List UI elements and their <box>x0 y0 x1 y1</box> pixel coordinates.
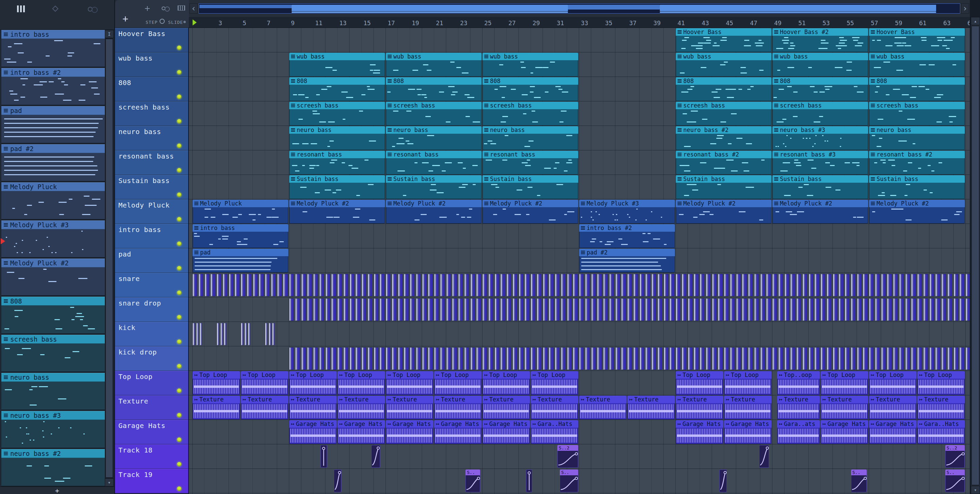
hit-clip[interactable] <box>845 347 850 370</box>
pattern-clip-neuro-bass[interactable]: neuro bass <box>386 126 482 150</box>
hit-clip[interactable] <box>688 299 692 321</box>
hit-clip[interactable] <box>458 347 463 370</box>
hit-clip[interactable] <box>597 299 601 321</box>
hit-clip[interactable] <box>519 347 523 370</box>
track-header-snare-drop[interactable]: snare drop <box>115 297 188 322</box>
automation-clip[interactable] <box>371 445 380 468</box>
hit-clip[interactable] <box>555 274 559 296</box>
hit-clip[interactable] <box>265 323 267 345</box>
hit-clip[interactable] <box>670 299 674 321</box>
audio-clip-top-loop[interactable]: ↦Top Loop <box>676 371 723 395</box>
hit-clip[interactable] <box>730 347 735 370</box>
hit-clip[interactable] <box>627 347 632 370</box>
hit-clip[interactable] <box>935 347 940 370</box>
hit-clip[interactable] <box>917 299 922 321</box>
hit-clip[interactable] <box>223 274 227 296</box>
track-led[interactable] <box>177 486 181 491</box>
grid-row-top-loop[interactable]: ↦Top Loop↦Top Loop↦Top Loop↦Top Loop↦Top… <box>189 371 970 396</box>
hit-clip[interactable] <box>930 347 934 370</box>
pattern-clip-sustain-bass[interactable]: Sustain bass <box>869 175 965 199</box>
hit-clip[interactable] <box>899 347 904 370</box>
hit-clip[interactable] <box>682 347 686 370</box>
hit-clip[interactable] <box>706 347 711 370</box>
track-led[interactable] <box>177 315 181 319</box>
hit-clip[interactable] <box>633 347 638 370</box>
hit-clip[interactable] <box>772 274 777 296</box>
hit-clip[interactable] <box>307 347 312 370</box>
hit-clip[interactable] <box>785 347 789 370</box>
hit-clip[interactable] <box>217 274 221 296</box>
hit-clip[interactable] <box>875 347 880 370</box>
pattern-clip-resonant-bass-2[interactable]: resonant bass #2 <box>869 151 965 175</box>
pattern-item-melody-pluck-2[interactable]: Melody Pluck #2 <box>2 259 105 297</box>
track-led[interactable] <box>177 70 181 75</box>
hit-clip[interactable] <box>398 274 402 296</box>
hit-clip[interactable] <box>235 274 239 296</box>
pattern-clip-pad-2[interactable]: pad #2 <box>579 249 675 273</box>
pattern-clip-neuro-bass[interactable]: neuro bass <box>289 126 385 150</box>
audio-clip-texture[interactable]: ↦Texture <box>241 396 288 419</box>
pattern-clip-808[interactable]: 808 <box>482 77 578 101</box>
hit-clip[interactable] <box>694 299 698 321</box>
scroll-left-button[interactable]: ‹ <box>189 3 198 14</box>
hit-clip[interactable] <box>513 299 517 321</box>
hit-clip[interactable] <box>633 274 638 296</box>
hit-clip[interactable] <box>434 299 439 321</box>
grid-row-pad[interactable]: padpad #2 <box>189 248 970 273</box>
hit-clip[interactable] <box>930 299 934 321</box>
hit-clip[interactable] <box>337 274 342 296</box>
pattern-clip-melody-pluck[interactable]: Melody Pluck <box>192 200 288 224</box>
hit-clip[interactable] <box>507 299 511 321</box>
hit-clip[interactable] <box>694 347 698 370</box>
hit-clip[interactable] <box>760 274 765 296</box>
track-header-garage-hats[interactable]: Garage Hats <box>115 420 188 444</box>
track-header-top-loop[interactable]: Top Loop <box>115 371 188 396</box>
audio-clip-top-loop[interactable]: ↦Top Loop <box>917 371 965 395</box>
grid-row-sustain-bass[interactable]: Sustain bassSustain bassSustain bassSust… <box>189 175 970 199</box>
hit-clip[interactable] <box>827 347 831 370</box>
hit-clip[interactable] <box>465 299 469 321</box>
hit-clip[interactable] <box>295 274 300 296</box>
scroll-down-button[interactable]: ▾ <box>105 478 114 486</box>
hit-clip[interactable] <box>718 347 722 370</box>
automation-clip[interactable] <box>719 470 727 492</box>
hit-clip[interactable] <box>778 274 783 296</box>
pattern-clip-wub-bass[interactable]: wub bass <box>289 53 385 76</box>
hit-clip[interactable] <box>307 299 312 321</box>
hit-clip[interactable] <box>935 274 940 296</box>
hit-clip[interactable] <box>905 299 910 321</box>
audio-clip-top-loop[interactable]: ↦Top Loop <box>869 371 916 395</box>
pattern-clip-wub-bass[interactable]: wub bass <box>676 53 772 76</box>
hit-clip[interactable] <box>525 299 529 321</box>
group-link-icon[interactable] <box>162 6 165 10</box>
hit-clip[interactable] <box>573 347 578 370</box>
step-slide-toggle[interactable] <box>159 19 165 24</box>
track-led[interactable] <box>177 413 181 418</box>
grid-row-intro-bass[interactable]: intro bassintro bass #2 <box>189 224 970 248</box>
hit-clip[interactable] <box>845 299 850 321</box>
pattern-clip-sustain-bass[interactable]: Sustain bass <box>676 175 772 199</box>
picker-filter-icon[interactable] <box>52 5 58 11</box>
pattern-clip-melody-pluck-2[interactable]: Melody Pluck #2 <box>386 200 482 224</box>
hit-clip[interactable] <box>712 274 717 296</box>
hit-clip[interactable] <box>501 347 505 370</box>
hit-clip[interactable] <box>935 299 940 321</box>
hit-clip[interactable] <box>821 347 825 370</box>
hit-clip[interactable] <box>428 299 433 321</box>
hit-clip[interactable] <box>778 347 783 370</box>
audio-clip-top-loop[interactable]: ↦Top Loop <box>821 371 868 395</box>
hit-clip[interactable] <box>326 299 330 321</box>
hit-clip[interactable] <box>537 274 541 296</box>
audio-clip-gara-ats[interactable]: ↦Gara..ats <box>777 420 820 444</box>
hit-clip[interactable] <box>549 347 553 370</box>
hit-clip[interactable] <box>924 274 928 296</box>
hit-clip[interactable] <box>646 299 650 321</box>
hit-clip[interactable] <box>295 347 300 370</box>
hit-clip[interactable] <box>592 274 596 296</box>
track-led[interactable] <box>177 95 181 99</box>
hit-clip[interactable] <box>627 299 632 321</box>
pattern-clip-neuro-bass[interactable]: neuro bass <box>482 126 578 150</box>
scroll-down-button[interactable]: ▾ <box>971 486 980 494</box>
audio-clip-gara-hats[interactable]: ↦Gara..Hats <box>917 420 965 444</box>
hit-clip[interactable] <box>754 347 759 370</box>
